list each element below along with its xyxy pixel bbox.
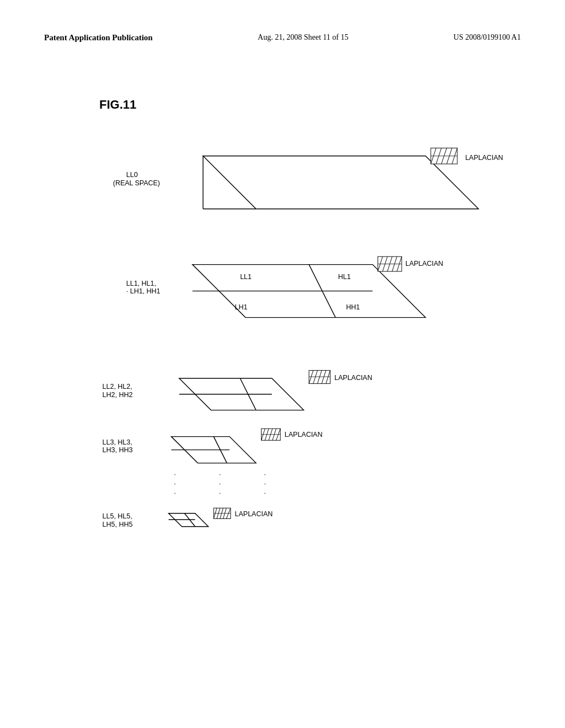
- layer0-label: LL0: [126, 171, 138, 179]
- layer-0: LL0 (REAL SPACE) LAPLACIAN: [113, 148, 503, 208]
- dots-right3: ·: [264, 489, 265, 497]
- dots-mid3: ·: [219, 489, 221, 497]
- laplacian-label-2: LAPLACIAN: [334, 374, 372, 382]
- layer1-label-line1: LL1, HL1,: [126, 280, 156, 287]
- dots-left3: ·: [174, 489, 175, 497]
- laplacian-label-3: LAPLACIAN: [285, 431, 323, 438]
- dots-right: ·: [264, 470, 265, 478]
- dots-right2: ·: [264, 480, 265, 488]
- figure-area: FIG.11 LL0 (REAL SPACE): [44, 48, 521, 682]
- hl1-label: HL1: [338, 273, 351, 281]
- laplacian-label-0: LAPLACIAN: [465, 154, 503, 162]
- dots-separator: · · · · · · · · ·: [174, 470, 266, 497]
- page: Patent Application Publication Aug. 21, …: [0, 0, 565, 728]
- dots-mid: ·: [219, 470, 221, 478]
- layer1-label-line2: · LH1, HH1: [126, 287, 161, 295]
- dots-mid2: ·: [219, 480, 221, 488]
- layer2-label-line1: LL2, HL2,: [103, 383, 132, 390]
- layer3-label-line1: LL3, HL3,: [103, 438, 132, 446]
- layer-1: LL1 HL1 LH1 HH1 LL1, HL1, · LH1, HH1 LAP…: [126, 256, 444, 317]
- dots-left2: ·: [174, 480, 175, 488]
- lh1-label: LH1: [235, 303, 248, 311]
- laplacian-label-5: LAPLACIAN: [235, 510, 273, 518]
- layer-2: LL2, HL2, LH2, HH2 LAPLACIAN: [103, 371, 372, 410]
- layer3-label-line2: LH3, HH3: [103, 446, 133, 454]
- ll1-label: LL1: [240, 273, 252, 281]
- laplacian-label-1: LAPLACIAN: [406, 260, 444, 267]
- page-header: Patent Application Publication Aug. 21, …: [44, 33, 521, 42]
- header-patent-number: US 2008/0199100 A1: [454, 33, 521, 42]
- layer5-label-line2: LH5, HH5: [103, 521, 133, 528]
- hh1-label: HH1: [346, 303, 360, 311]
- layer-3: LL3, HL3, LH3, HH3 LAPLACIAN: [103, 429, 323, 463]
- layer0-sublabel: (REAL SPACE): [113, 179, 160, 187]
- dots-left: ·: [174, 470, 175, 478]
- layer2-label-line2: LH2, HH2: [103, 391, 133, 399]
- header-date-sheet: Aug. 21, 2008 Sheet 11 of 15: [258, 33, 348, 42]
- layer-5: LL5, HL5, LH5, HH5 LAPLACIAN: [103, 508, 273, 528]
- header-publication-label: Patent Application Publication: [44, 33, 153, 42]
- figure-diagram: LL0 (REAL SPACE) LAPLACIAN: [44, 48, 521, 682]
- layer5-label-line1: LL5, HL5,: [103, 512, 132, 520]
